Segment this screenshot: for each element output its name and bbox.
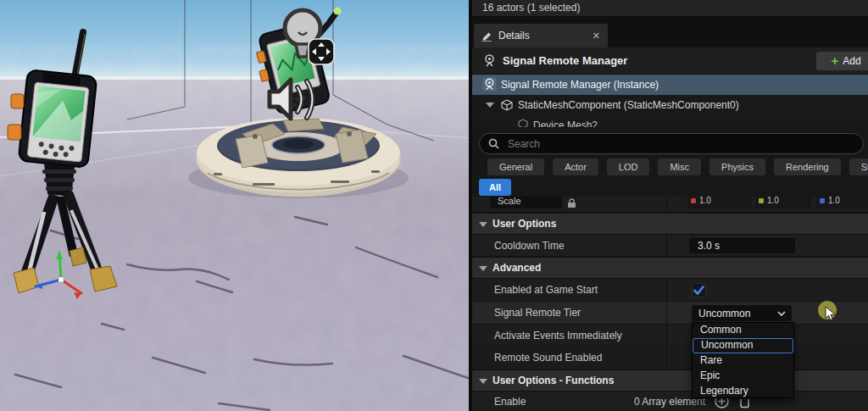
static-mesh-cube-icon (501, 99, 513, 111)
expand-arrow-icon (479, 222, 487, 227)
actor-summary-text: 16 actors (1 selected) (482, 2, 580, 14)
tree-row-label: StaticMeshComponent (StaticMeshComponent… (518, 95, 739, 115)
device-icon (482, 77, 497, 92)
expand-arrow-icon (479, 266, 487, 271)
tab-label: Details (498, 30, 530, 42)
filter-chip-lod[interactable]: LOD (607, 158, 650, 175)
cooldown-time-field[interactable]: 3.0 s (689, 238, 795, 253)
scale-x-field[interactable]: 1.0 (687, 197, 752, 208)
tab-strip: Details ✕ (472, 17, 868, 47)
chevron-down-icon (777, 311, 786, 316)
filter-chip-general[interactable]: General (487, 158, 544, 175)
device-knob (8, 125, 21, 140)
tree-row-label: Device Mesh2 (533, 118, 598, 127)
tree-row-staticmesh[interactable]: StaticMeshComponent (StaticMeshComponent… (472, 95, 868, 115)
filter-chip-actor[interactable]: Actor (553, 158, 598, 175)
move-icon (309, 39, 334, 64)
section-header-functions[interactable]: User Options - Functions (472, 369, 868, 392)
tree-row-label: Signal Remote Manager (Instance) (501, 75, 659, 95)
tree-row-mesh-clipped[interactable]: Device Mesh2 (472, 115, 868, 127)
tier-option-rare[interactable]: Rare (693, 353, 793, 369)
row-enabled-at-game-start: Enabled at Game Start (472, 279, 868, 302)
search-icon (488, 138, 499, 149)
mesh-icon (518, 119, 528, 127)
axis-x-swatch (691, 198, 696, 203)
device-icon (482, 53, 497, 68)
page-title: Signal Remote Manager (503, 47, 627, 74)
filter-chip-all[interactable]: All (479, 179, 511, 196)
row-cooldown-time: Cooldown Time 3.0 s (472, 235, 868, 257)
expand-arrow-icon[interactable] (486, 103, 494, 108)
section-header-advanced[interactable]: Advanced (472, 257, 868, 279)
scale-z-field[interactable]: 1.0 (816, 197, 868, 208)
tier-option-common[interactable]: Common (693, 323, 793, 338)
row-activate-events: Activate Events Immediately (472, 325, 868, 347)
search-input[interactable] (506, 137, 828, 151)
row-signal-remote-tier: Signal Remote Tier Uncommon (472, 302, 868, 325)
search-section (472, 127, 868, 158)
scale-y-field[interactable]: 1.0 (755, 197, 811, 208)
scale-dropdown[interactable]: Scale (491, 197, 562, 208)
row-enable-array: Enable 0 Array element (472, 392, 868, 411)
close-icon[interactable]: ✕ (593, 31, 600, 42)
filter-chip-misc[interactable]: Misc (658, 158, 701, 175)
actor-summary-bar: 16 actors (1 selected) (472, 0, 868, 17)
antenna-tip-glow (334, 8, 342, 15)
device-knob (11, 94, 24, 108)
lock-icon[interactable] (567, 198, 576, 208)
mouse-cursor-icon (825, 306, 837, 321)
filter-chip-physics[interactable]: Physics (709, 158, 765, 175)
axis-z-swatch (820, 198, 825, 203)
filter-chip-streaming[interactable]: Streaming (849, 158, 868, 175)
selected-object-header: Signal Remote Manager + Add (472, 47, 868, 75)
axis-y-swatch (759, 198, 764, 203)
viewport-3d[interactable] (0, 0, 471, 411)
tab-details[interactable]: Details ✕ (474, 24, 608, 47)
enabled-checkbox[interactable] (692, 283, 706, 297)
add-button[interactable]: + Add (816, 52, 868, 70)
row-remote-sound: Remote Sound Enabled (472, 347, 868, 369)
tier-option-legendary[interactable]: Legendary (693, 384, 793, 399)
tree-row-instance[interactable]: Signal Remote Manager (Instance) (472, 75, 868, 95)
filter-chips: General Actor LOD Misc Physics Rendering… (487, 158, 868, 175)
tier-dropdown-control[interactable]: Uncommon (692, 305, 792, 321)
scale-row: Scale 1.0 1.0 1.0 (472, 197, 868, 213)
sky (0, 0, 471, 81)
tier-option-epic[interactable]: Epic (693, 369, 793, 384)
filter-chip-rendering[interactable]: Rendering (774, 158, 841, 175)
plus-icon: + (831, 53, 838, 69)
details-panel: 16 actors (1 selected) Details ✕ Signal … (469, 0, 868, 411)
tier-dropdown-list: Common Uncommon Rare Epic Legendary (692, 322, 794, 398)
section-header-user-options[interactable]: User Options (472, 213, 868, 235)
expand-arrow-icon (479, 379, 487, 384)
viewport-scene (0, 0, 471, 411)
check-icon (693, 286, 704, 295)
details-pencil-icon (481, 31, 492, 42)
tier-option-uncommon[interactable]: Uncommon (693, 338, 793, 353)
search-bar[interactable] (479, 133, 864, 154)
